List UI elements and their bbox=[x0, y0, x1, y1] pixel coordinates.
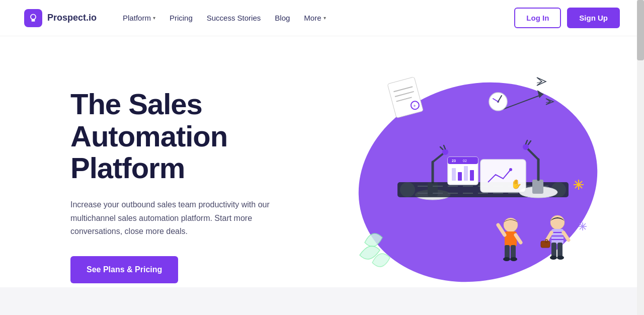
svg-text:✋: ✋ bbox=[511, 179, 522, 190]
svg-rect-50 bbox=[511, 245, 516, 259]
hero-section: The Sales Automation Platform Increase y… bbox=[0, 36, 644, 315]
illustration-svg: + bbox=[322, 31, 614, 310]
svg-point-35 bbox=[509, 168, 512, 171]
svg-rect-60 bbox=[551, 243, 556, 258]
svg-rect-28 bbox=[532, 180, 543, 194]
logo[interactable]: Prospect.io bbox=[24, 9, 97, 27]
svg-text:02: 02 bbox=[463, 159, 467, 163]
cta-button[interactable]: See Plans & Pricing bbox=[70, 256, 178, 283]
svg-point-54 bbox=[510, 257, 517, 261]
scrollbar[interactable] bbox=[637, 0, 644, 315]
svg-point-66 bbox=[550, 256, 557, 260]
chevron-down-icon: ▾ bbox=[153, 15, 155, 21]
nav-link-success-stories[interactable]: Success Stories bbox=[201, 10, 267, 26]
nav-link-platform[interactable]: Platform ▾ bbox=[117, 10, 162, 26]
svg-point-15 bbox=[400, 182, 415, 197]
svg-rect-26 bbox=[470, 170, 474, 181]
logo-icon bbox=[24, 9, 42, 27]
svg-rect-24 bbox=[458, 172, 462, 181]
bottom-section bbox=[0, 287, 644, 315]
navbar-right: Log In Sign Up bbox=[514, 8, 620, 28]
svg-rect-23 bbox=[452, 168, 456, 181]
scrollbar-thumb[interactable] bbox=[637, 0, 644, 60]
navbar-left: Prospect.io Platform ▾ Pricing Success S… bbox=[24, 9, 332, 27]
navbar: Prospect.io Platform ▾ Pricing Success S… bbox=[0, 0, 644, 36]
signup-button[interactable]: Sign Up bbox=[567, 8, 620, 28]
hero-content: The Sales Automation Platform Increase y… bbox=[70, 88, 322, 284]
nav-links: Platform ▾ Pricing Success Stories Blog … bbox=[117, 10, 332, 26]
svg-rect-25 bbox=[464, 166, 468, 181]
svg-rect-49 bbox=[505, 245, 510, 259]
logo-text: Prospect.io bbox=[47, 13, 97, 23]
svg-point-53 bbox=[503, 257, 510, 261]
svg-point-47 bbox=[504, 218, 518, 232]
nav-link-pricing[interactable]: Pricing bbox=[164, 10, 199, 26]
nav-link-blog[interactable]: Blog bbox=[269, 10, 296, 26]
nav-link-more[interactable]: More ▾ bbox=[298, 10, 332, 26]
svg-text:23: 23 bbox=[452, 159, 456, 163]
svg-point-72 bbox=[577, 183, 580, 186]
svg-rect-1 bbox=[387, 77, 423, 118]
hero-title: The Sales Automation Platform bbox=[70, 88, 322, 184]
logo-svg bbox=[28, 13, 38, 23]
svg-point-67 bbox=[557, 256, 564, 260]
hero-subtitle: Increase your outbound sales team produc… bbox=[70, 198, 282, 238]
hero-illustration: + bbox=[322, 31, 614, 310]
svg-rect-61 bbox=[557, 243, 562, 258]
chevron-down-icon-more: ▾ bbox=[324, 15, 326, 21]
login-button[interactable]: Log In bbox=[514, 8, 561, 28]
